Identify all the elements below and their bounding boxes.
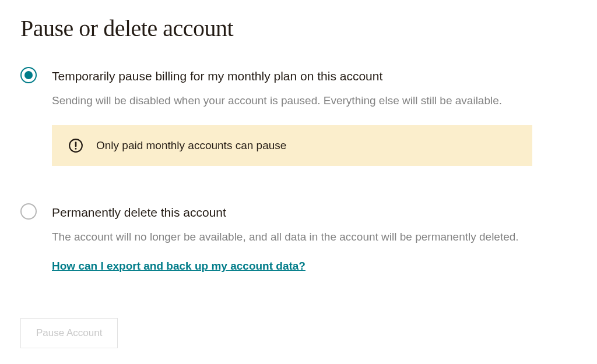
pause-radio[interactable] [20,67,37,83]
pause-option-content: Temporarily pause billing for my monthly… [52,68,577,182]
pause-alert-box: Only paid monthly accounts can pause [52,125,532,166]
pause-account-button[interactable]: Pause Account [20,318,118,348]
pause-option-title: Temporarily pause billing for my monthly… [52,68,577,84]
pause-option-description: Sending will be disabled when your accou… [52,93,577,109]
delete-option-block: Permanently delete this account The acco… [20,204,577,273]
pause-option-row: Temporarily pause billing for my monthly… [20,68,577,182]
delete-option-description: The account will no longer be available,… [52,229,577,245]
pause-radio-dot [24,71,33,79]
svg-point-2 [75,148,77,150]
export-data-link[interactable]: How can I export and back up my account … [52,260,305,273]
delete-option-row: Permanently delete this account The acco… [20,204,577,273]
delete-radio[interactable] [20,203,37,220]
delete-radio-wrap [20,203,38,221]
delete-option-title: Permanently delete this account [52,204,577,220]
pause-option-block: Temporarily pause billing for my monthly… [20,68,577,182]
delete-option-content: Permanently delete this account The acco… [52,204,577,273]
page-title: Pause or delete account [20,15,577,42]
pause-alert-text: Only paid monthly accounts can pause [96,139,286,152]
alert-icon [68,138,83,153]
pause-radio-wrap [20,67,38,84]
